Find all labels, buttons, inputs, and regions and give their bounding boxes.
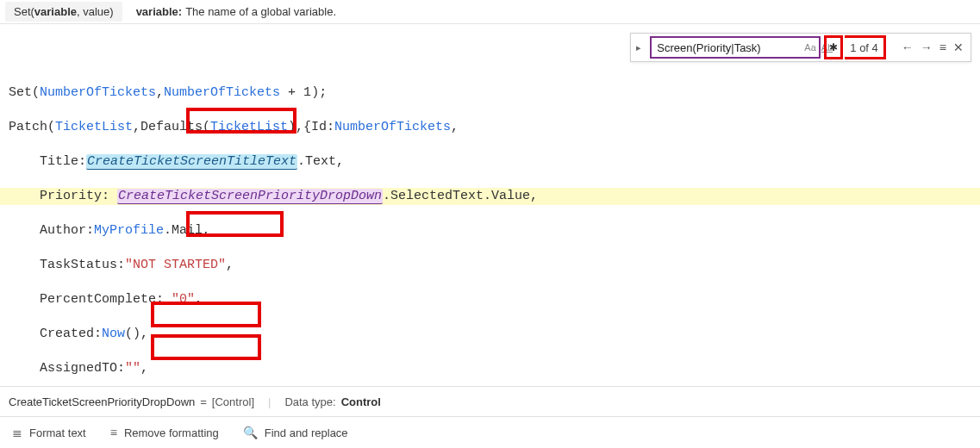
signature-description: variable: The name of a global variable. [128, 2, 345, 22]
current-match-line: Priority: CreateTicketScreenPriorityDrop… [0, 188, 980, 205]
formula-editor[interactable]: Set(NumberOfTickets,NumberOfTickets + 1)… [0, 33, 980, 386]
remove-formatting-icon: ≡ [110, 426, 117, 439]
action-bar: ≣ Format text ≡ Remove formatting 🔍 Find… [0, 417, 980, 448]
token-priority-dropdown: CreateTicketScreenPriorityDropDown [117, 189, 383, 204]
find-replace-button[interactable]: 🔍 Find and replace [243, 426, 348, 439]
info-bar: CreateTicketScreenPriorityDropDown = [Co… [0, 386, 980, 417]
signature-bar: Set(variable, value) variable: The name … [0, 0, 980, 24]
format-text-button[interactable]: ≣ Format text [12, 426, 86, 439]
info-control-name: CreateTicketScreenPriorityDropDown [9, 395, 195, 408]
format-text-icon: ≣ [12, 426, 22, 439]
find-replace-icon: 🔍 [243, 426, 258, 439]
remove-formatting-button[interactable]: ≡ Remove formatting [110, 426, 219, 439]
info-data-type: Control [341, 395, 381, 408]
signature-function: Set(variable, value) [5, 2, 122, 22]
token-title-text: CreateTicketScreenTitleText [86, 154, 297, 170]
